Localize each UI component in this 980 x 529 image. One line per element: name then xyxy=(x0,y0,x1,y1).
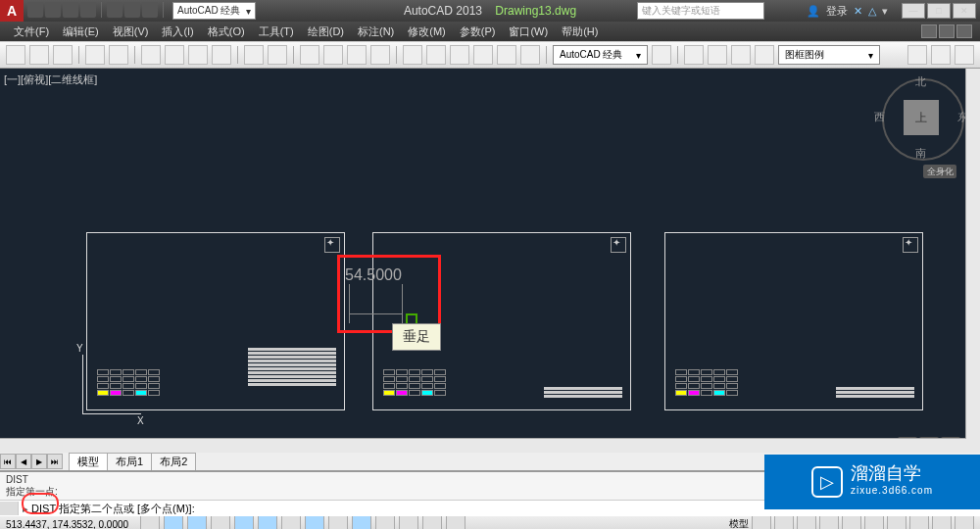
doc-restore-button[interactable] xyxy=(939,24,955,38)
maximize-button[interactable]: □ xyxy=(927,3,951,19)
menu-dimension[interactable]: 标注(N) xyxy=(352,23,400,41)
qat-redo-icon[interactable] xyxy=(142,2,158,18)
qat-save-icon[interactable] xyxy=(63,2,78,18)
vertical-scrollbar[interactable] xyxy=(965,69,980,453)
tab-next-button[interactable]: ▶ xyxy=(31,454,47,469)
menu-window[interactable]: 窗口(W) xyxy=(503,23,554,41)
help-icon[interactable]: △ xyxy=(868,5,876,18)
menu-tools[interactable]: 工具(T) xyxy=(253,23,300,41)
tool-freeze-icon[interactable] xyxy=(731,45,751,65)
menu-view[interactable]: 视图(V) xyxy=(107,23,155,41)
status-annoscale-icon[interactable] xyxy=(797,515,816,529)
tool-designcenter-icon[interactable] xyxy=(426,45,446,65)
menu-param[interactable]: 参数(P) xyxy=(454,23,502,41)
status-qp-icon[interactable] xyxy=(422,515,442,529)
status-modelspace-label[interactable]: 模型 xyxy=(729,517,749,529)
status-lock-icon[interactable] xyxy=(887,515,906,529)
status-dyn-icon[interactable] xyxy=(352,515,371,529)
canvas[interactable]: YX xyxy=(0,69,980,453)
menu-format[interactable]: 格式(O) xyxy=(202,23,251,41)
tab-first-button[interactable]: ⏮ xyxy=(0,454,16,469)
status-quickview-layouts-icon[interactable] xyxy=(752,515,771,529)
tool-layeriso-icon[interactable] xyxy=(907,45,927,65)
status-osnap-icon[interactable] xyxy=(258,515,277,529)
status-hardware-icon[interactable] xyxy=(909,515,929,529)
user-icon[interactable]: 👤 xyxy=(807,5,820,18)
exchange-icon[interactable]: ✕ xyxy=(854,5,862,18)
tool-save-icon[interactable] xyxy=(53,45,73,65)
doc-minimize-button[interactable] xyxy=(921,24,937,38)
coordinates-readout[interactable]: 513.4437, 174.3532, 0.0000 xyxy=(6,519,128,530)
qat-saveas-icon[interactable] xyxy=(80,2,96,18)
status-isolate-icon[interactable] xyxy=(932,515,952,529)
status-annoauto-icon[interactable] xyxy=(842,515,861,529)
tool-gear-icon[interactable] xyxy=(652,45,671,65)
workspace-selector[interactable]: AutoCAD 经典▾ xyxy=(553,45,648,65)
tool-copy-icon[interactable] xyxy=(165,45,184,65)
status-lwt-icon[interactable] xyxy=(375,515,395,529)
tool-redo-icon[interactable] xyxy=(268,45,287,65)
status-otrack-icon[interactable] xyxy=(305,515,324,529)
tool-lock-icon[interactable] xyxy=(755,45,774,65)
tab-last-button[interactable]: ⏭ xyxy=(47,454,63,469)
menu-help[interactable]: 帮助(H) xyxy=(556,23,604,41)
status-infer-icon[interactable] xyxy=(140,515,160,529)
menu-modify[interactable]: 修改(M) xyxy=(402,23,452,41)
tool-print-icon[interactable] xyxy=(85,45,105,65)
tool-new-icon[interactable] xyxy=(6,45,25,65)
qat-undo-icon[interactable] xyxy=(124,2,140,18)
tool-layeron-icon[interactable] xyxy=(955,45,974,65)
menu-file[interactable]: 文件(F) xyxy=(8,23,55,41)
tool-zoomwin-icon[interactable] xyxy=(347,45,367,65)
status-3dosnap-icon[interactable] xyxy=(281,515,301,529)
tool-layeroff-icon[interactable] xyxy=(931,45,951,65)
qat-print-icon[interactable] xyxy=(107,2,122,18)
qat-new-icon[interactable] xyxy=(27,2,43,18)
qat-open-icon[interactable] xyxy=(45,2,61,18)
tool-zoom-icon[interactable] xyxy=(323,45,343,65)
tool-properties-icon[interactable] xyxy=(403,45,422,65)
status-clean-icon[interactable] xyxy=(955,515,974,529)
tool-paste-icon[interactable] xyxy=(188,45,208,65)
status-quickview-drawings-icon[interactable] xyxy=(774,515,794,529)
drawing-viewport[interactable]: [一][俯视][二维线框] 上 北 南 东 西 全身化 YX xyxy=(0,69,980,453)
tool-sheetset-icon[interactable] xyxy=(473,45,493,65)
tab-prev-button[interactable]: ◀ xyxy=(16,454,31,469)
minimize-button[interactable]: — xyxy=(902,3,925,19)
status-sc-icon[interactable] xyxy=(446,515,466,529)
tool-undo-icon[interactable] xyxy=(244,45,264,65)
tool-bulb-icon[interactable] xyxy=(708,45,727,65)
status-ortho-icon[interactable] xyxy=(211,515,230,529)
tool-preview-icon[interactable] xyxy=(109,45,128,65)
tool-layer-icon[interactable] xyxy=(684,45,704,65)
workspace-dropdown[interactable]: AutoCAD 经典 ▾ xyxy=(172,2,256,20)
status-snap-icon[interactable] xyxy=(164,515,183,529)
menu-insert[interactable]: 插入(I) xyxy=(156,23,199,41)
status-annovis-icon[interactable] xyxy=(819,515,839,529)
layer-legend-dropdown[interactable]: 图框图例▾ xyxy=(778,45,880,65)
horizontal-scrollbar[interactable] xyxy=(0,438,966,453)
menu-draw[interactable]: 绘图(D) xyxy=(302,23,350,41)
search-input[interactable]: 键入关键字或短语 xyxy=(637,2,764,20)
tool-calc-icon[interactable] xyxy=(520,45,540,65)
login-button[interactable]: 登录 xyxy=(826,4,848,19)
status-grid-icon[interactable] xyxy=(187,515,207,529)
app-logo[interactable]: A xyxy=(0,0,24,22)
close-button[interactable]: ✕ xyxy=(953,3,976,19)
menu-edit[interactable]: 编辑(E) xyxy=(57,23,105,41)
tab-layout1[interactable]: 布局1 xyxy=(107,453,152,470)
status-ws-icon[interactable] xyxy=(864,515,884,529)
tool-open-icon[interactable] xyxy=(29,45,49,65)
tool-toolpalette-icon[interactable] xyxy=(450,45,469,65)
doc-close-button[interactable] xyxy=(956,24,972,38)
tool-markup-icon[interactable] xyxy=(497,45,516,65)
tool-cut-icon[interactable] xyxy=(141,45,161,65)
tool-pan-icon[interactable] xyxy=(300,45,319,65)
status-ducs-icon[interactable] xyxy=(328,515,348,529)
tab-model[interactable]: 模型 xyxy=(69,453,108,470)
status-tpy-icon[interactable] xyxy=(399,515,418,529)
status-polar-icon[interactable] xyxy=(234,515,254,529)
tab-layout2[interactable]: 布局2 xyxy=(151,453,196,470)
tool-zoomprev-icon[interactable] xyxy=(370,45,390,65)
dropdown-icon[interactable]: ▾ xyxy=(882,5,888,18)
